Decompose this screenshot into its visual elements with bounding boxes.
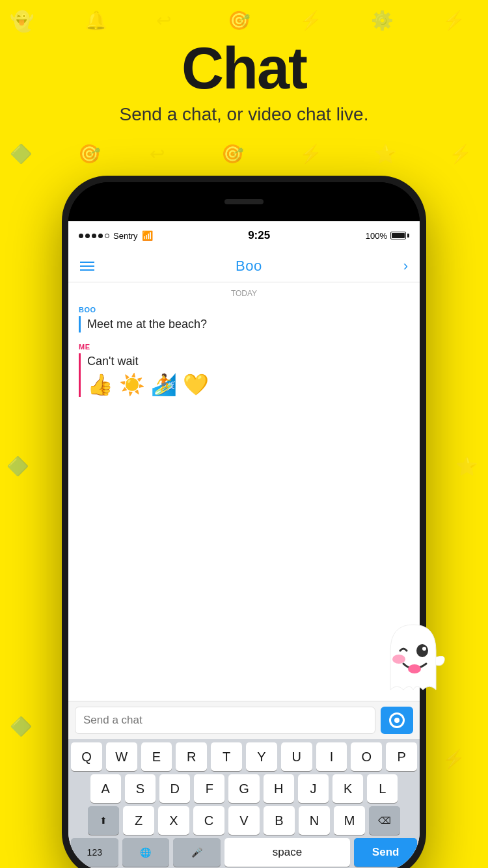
chat-date-label: TODAY — [79, 289, 409, 298]
mic-key[interactable]: 🎤 — [173, 838, 221, 867]
keyboard: Q W E R T Y U I O P A — [68, 739, 420, 868]
key-i[interactable]: I — [316, 742, 347, 771]
phone-mockup: Sentry 📶 9:25 100% — [62, 176, 426, 868]
keyboard-row-1: Q W E R T Y U I O P — [68, 739, 420, 771]
input-area — [68, 701, 420, 739]
chat-input[interactable] — [75, 707, 375, 734]
key-m[interactable]: M — [334, 806, 365, 835]
menu-line-3 — [80, 269, 94, 271]
signal-dot-3 — [92, 234, 96, 238]
signal-indicator — [79, 234, 109, 238]
sender-label-boo: BOO — [79, 306, 409, 314]
status-bar: Sentry 📶 9:25 100% — [68, 221, 420, 250]
message-text-boo: Meet me at the beach? — [87, 316, 409, 332]
signal-dot-4 — [98, 234, 103, 238]
message-text-me: Can't wait — [87, 353, 409, 370]
battery-icon — [390, 232, 409, 239]
key-e[interactable]: E — [141, 742, 172, 771]
delete-key[interactable]: ⌫ — [369, 806, 400, 835]
battery-fill — [392, 233, 405, 238]
key-v[interactable]: V — [228, 806, 260, 835]
battery-tip — [407, 234, 409, 237]
key-h[interactable]: H — [264, 774, 294, 803]
snapchat-ghost — [381, 618, 446, 696]
key-n[interactable]: N — [299, 806, 330, 835]
top-section: Chat Send a chat, or video chat live. — [0, 0, 488, 125]
space-key[interactable]: space — [224, 838, 351, 867]
key-j[interactable]: J — [298, 774, 329, 803]
shift-key[interactable]: ⬆ — [88, 806, 119, 835]
key-g[interactable]: G — [228, 774, 259, 803]
message-emoji-me: 👍 ☀️ 🏄 💛 — [87, 372, 409, 397]
key-o[interactable]: O — [351, 742, 382, 771]
key-d[interactable]: D — [159, 774, 190, 803]
svg-point-0 — [416, 644, 428, 657]
battery-percent: 100% — [366, 231, 387, 241]
phone-screen: Sentry 📶 9:25 100% — [68, 182, 420, 868]
keyboard-row-3: ⬆ Z X C V B N M ⌫ — [68, 803, 420, 835]
signal-dot-5 — [105, 234, 109, 238]
nav-bar: Boo › — [68, 250, 420, 282]
key-y[interactable]: Y — [246, 742, 277, 771]
key-b[interactable]: B — [264, 806, 295, 835]
message-content-boo: Meet me at the beach? — [79, 316, 409, 332]
message-block-me: ME Can't wait 👍 ☀️ 🏄 💛 — [79, 343, 409, 397]
key-t[interactable]: T — [211, 742, 242, 771]
key-k[interactable]: K — [332, 774, 363, 803]
svg-point-2 — [392, 655, 405, 664]
app-screen: Sentry 📶 9:25 100% — [68, 221, 420, 868]
key-u[interactable]: U — [281, 742, 312, 771]
status-right: 100% — [366, 231, 409, 241]
battery-body — [390, 232, 406, 239]
menu-line-1 — [80, 262, 94, 263]
phone-body: Sentry 📶 9:25 100% — [62, 176, 426, 868]
wifi-icon: 📶 — [142, 230, 153, 241]
page-title: Chat — [0, 39, 488, 98]
status-left: Sentry 📶 — [79, 230, 153, 241]
key-f[interactable]: F — [194, 774, 224, 803]
keyboard-row-4: 123 🌐 🎤 space Send — [68, 835, 420, 868]
carrier-label: Sentry — [113, 231, 138, 241]
key-x[interactable]: X — [158, 806, 189, 835]
key-w[interactable]: W — [106, 742, 137, 771]
globe-key[interactable]: 🌐 — [122, 838, 170, 867]
key-p[interactable]: P — [386, 742, 417, 771]
key-r[interactable]: R — [176, 742, 207, 771]
key-z[interactable]: Z — [123, 806, 154, 835]
key-a[interactable]: A — [90, 774, 121, 803]
key-l[interactable]: L — [367, 774, 398, 803]
signal-dot-2 — [85, 234, 90, 238]
signal-dot-1 — [79, 234, 83, 238]
nav-forward-button[interactable]: › — [403, 258, 408, 275]
video-chat-button[interactable] — [381, 707, 413, 734]
svg-point-1 — [422, 647, 426, 651]
page-subtitle: Send a chat, or video chat live. — [0, 104, 488, 125]
nav-contact-name[interactable]: Boo — [236, 258, 262, 275]
message-content-me: Can't wait 👍 ☀️ 🏄 💛 — [79, 353, 409, 397]
video-icon — [389, 712, 405, 728]
numbers-key[interactable]: 123 — [71, 838, 118, 867]
menu-line-2 — [80, 265, 94, 267]
keyboard-row-2: A S D F G H J K L — [68, 771, 420, 803]
menu-button[interactable] — [80, 262, 94, 271]
message-block-boo: BOO Meet me at the beach? — [79, 306, 409, 332]
sender-label-me: ME — [79, 343, 409, 351]
send-key[interactable]: Send — [354, 838, 417, 867]
status-time: 9:25 — [248, 229, 270, 242]
key-c[interactable]: C — [193, 806, 224, 835]
key-s[interactable]: S — [125, 774, 156, 803]
chat-area: TODAY BOO Meet me at the beach? ME Can't… — [68, 282, 420, 701]
svg-point-3 — [408, 664, 421, 673]
key-q[interactable]: Q — [71, 742, 102, 771]
